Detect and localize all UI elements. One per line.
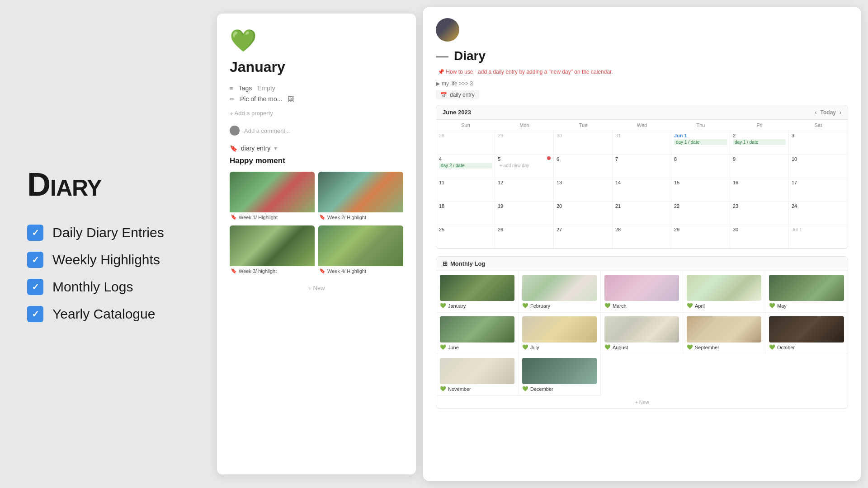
month-card-jun[interactable]: 💚 June <box>436 313 519 354</box>
month-card-dec[interactable]: 💚 December <box>519 354 601 396</box>
diary-meta: ≡ Tags Empty ✏ Pic of the mo... 🖼 <box>230 84 403 103</box>
month-name-oct: 💚 October <box>769 344 844 350</box>
cal-cell-29[interactable]: 29 <box>671 225 730 249</box>
cal-cell-3[interactable]: 3 <box>789 131 848 155</box>
cal-cell-24[interactable]: 24 <box>789 202 848 225</box>
cal-cell-15[interactable]: 15 <box>671 178 730 202</box>
cal-header-sun: Sun <box>436 120 495 131</box>
checkbox-icon-daily <box>27 225 43 241</box>
cal-event[interactable]: day 1 / date <box>733 139 786 145</box>
photo-thumb-w4 <box>318 225 403 266</box>
cal-cell-23[interactable]: 23 <box>730 202 789 225</box>
cal-cell-18[interactable]: 18 <box>436 202 495 225</box>
cal-date: Jul 1 <box>792 227 845 232</box>
cal-cell-27[interactable]: 27 <box>554 225 613 249</box>
month-card-nov[interactable]: 💚 November <box>436 354 519 396</box>
cal-today-button[interactable]: Today <box>821 109 836 116</box>
cal-cell-19[interactable]: 19 <box>495 202 554 225</box>
month-name-nov: 💚 November <box>440 386 514 392</box>
cal-cell-31[interactable]: 31 <box>613 131 671 155</box>
cal-cell-6[interactable]: 6 <box>554 155 613 178</box>
cal-cell-10[interactable]: 10 <box>789 155 848 178</box>
add-property[interactable]: + Add a property <box>230 110 403 117</box>
photo-thumb-w2 <box>318 172 403 212</box>
cal-cell-21[interactable]: 21 <box>613 202 671 225</box>
entry-icon: 🔖 <box>230 145 237 152</box>
cal-cell-28[interactable]: 28 <box>436 131 495 155</box>
month-card-feb[interactable]: 💚 February <box>519 271 601 313</box>
month-card-oct[interactable]: 💚 October <box>765 313 848 354</box>
month-name-jul: 💚 July <box>522 344 597 350</box>
cal-cell-29[interactable]: 29 <box>495 131 554 155</box>
month-label-aug: August <box>613 345 628 350</box>
comment-placeholder: Add a comment... <box>244 127 290 134</box>
cal-header-thu: Thu <box>671 120 730 131</box>
new-month-button[interactable]: + New <box>436 396 848 408</box>
cal-cell-30[interactable]: 30 <box>730 225 789 249</box>
calendar-icon: 📅 <box>440 92 447 98</box>
cal-cell-12[interactable]: 12 <box>495 178 554 202</box>
cal-date: 5 <box>498 156 551 162</box>
cal-cell-4[interactable]: 4day 2 / date <box>436 155 495 178</box>
cal-cell-14[interactable]: 14 <box>613 178 671 202</box>
cal-cell-25[interactable]: 25 <box>436 225 495 249</box>
cal-cell-30[interactable]: 30 <box>554 131 613 155</box>
cal-cell-8[interactable]: 8 <box>671 155 730 178</box>
checkbox-icon-yearly <box>27 306 43 322</box>
cal-cell-26[interactable]: 26 <box>495 225 554 249</box>
cal-cell-2[interactable]: 2day 1 / date <box>730 131 789 155</box>
photo-card-w4[interactable]: 🔖Week 4/ Highlight <box>318 225 403 276</box>
feature-item-daily: Daily Diary Entries <box>27 225 190 241</box>
cal-date: 27 <box>557 227 609 232</box>
cal-cell-7[interactable]: 7 <box>613 155 671 178</box>
month-label-dec: December <box>530 386 553 392</box>
month-card-may[interactable]: 💚 May <box>765 271 848 313</box>
cal-cell-16[interactable]: 16 <box>730 178 789 202</box>
cal-date: 23 <box>733 203 786 209</box>
cal-event[interactable]: day 2 / date <box>439 163 492 169</box>
entry-label: diary entry <box>241 145 270 152</box>
cal-cell-22[interactable]: 22 <box>671 202 730 225</box>
cal-cell-11[interactable]: 11 <box>436 178 495 202</box>
month-name-feb: 💚 February <box>522 303 597 309</box>
cal-date: 10 <box>792 156 845 162</box>
photo-card-w2[interactable]: 🔖Week 2/ Highlight <box>318 172 403 222</box>
cal-cell-20[interactable]: 20 <box>554 202 613 225</box>
month-thumb-jun <box>440 316 514 343</box>
photo-card-w1[interactable]: 🔖Week 1/ Highlight <box>230 172 315 222</box>
cal-cell-13[interactable]: 13 <box>554 178 613 202</box>
daily-entry-button[interactable]: 📅 daily entry <box>436 90 479 99</box>
cal-date: 29 <box>674 227 727 232</box>
month-card-sep[interactable]: 💚 September <box>683 313 765 354</box>
cal-event[interactable]: day 1 / date <box>674 139 727 145</box>
feature-item-yearly: Yearly Catalogue <box>27 306 190 322</box>
cal-next-button[interactable]: › <box>840 109 841 116</box>
title-text: Diary <box>454 49 486 63</box>
cal-cell-17[interactable]: 17 <box>789 178 848 202</box>
cal-date: 9 <box>733 156 786 162</box>
month-label-jun: June <box>448 345 459 350</box>
month-card-mar[interactable]: 💚 March <box>601 271 683 313</box>
month-card-apr[interactable]: 💚 April <box>683 271 765 313</box>
month-card-aug[interactable]: 💚 August <box>601 313 683 354</box>
cal-date: 22 <box>674 203 727 209</box>
comment-row[interactable]: Add a comment... <box>230 126 403 136</box>
month-label-jan: January <box>448 303 466 309</box>
month-label-oct: October <box>777 345 795 350</box>
calendar-header: June 2023 ‹ Today › <box>436 105 848 120</box>
cal-cell-5[interactable]: 5+ add new day <box>495 155 554 178</box>
cal-event[interactable]: + add new day <box>498 163 551 169</box>
right-panel: — Diary How to use - add a daily entry b… <box>423 7 861 481</box>
feature-label-daily: Daily Diary Entries <box>52 225 164 240</box>
grid-icon: ⊞ <box>443 260 448 267</box>
cal-cell-28[interactable]: 28 <box>613 225 671 249</box>
month-card-jul[interactable]: 💚 July <box>519 313 601 354</box>
cal-date: 24 <box>792 203 845 209</box>
cal-cell-Jul-1[interactable]: Jul 1 <box>789 225 848 249</box>
cal-prev-button[interactable]: ‹ <box>815 109 817 116</box>
cal-cell-Jun-1[interactable]: Jun 1day 1 / date <box>671 131 730 155</box>
cal-cell-9[interactable]: 9 <box>730 155 789 178</box>
new-entry-button[interactable]: + New <box>230 281 403 295</box>
photo-card-w3[interactable]: 🔖Week 3/ highlight <box>230 225 315 276</box>
month-card-jan[interactable]: 💚 January <box>436 271 519 313</box>
